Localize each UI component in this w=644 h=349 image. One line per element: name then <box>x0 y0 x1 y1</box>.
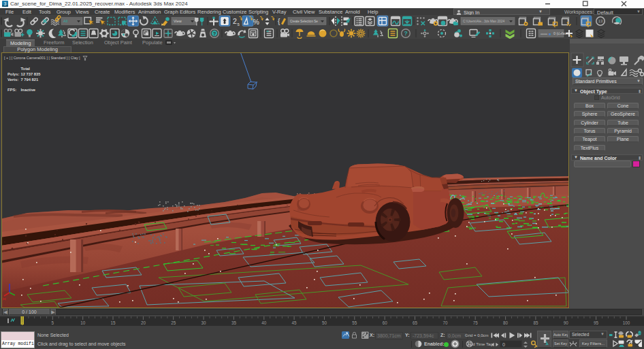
svg-text:{: { <box>278 18 280 25</box>
svg-text:80: 80 <box>503 320 509 325</box>
svg-text:3: 3 <box>4 1 7 6</box>
svg-text:90: 90 <box>564 320 569 325</box>
svg-text:FPS:: FPS: <box>7 88 16 92</box>
svg-text:?: ? <box>213 31 216 37</box>
svg-text:0: 0 <box>21 322 23 326</box>
svg-text:65: 65 <box>413 320 418 325</box>
svg-text:All: All <box>63 19 67 23</box>
svg-text:5: 5 <box>238 22 240 27</box>
svg-text:Create Selection Se: Create Selection Se <box>290 20 318 23</box>
svg-text:?: ? <box>404 30 408 37</box>
svg-text:5: 5 <box>52 320 54 325</box>
svg-text:2: 2 <box>233 17 237 25</box>
svg-text:60: 60 <box>383 320 388 325</box>
svg-text:C:\Users\Ale...3ds Max 2024: C:\Users\Ale...3ds Max 2024 <box>463 20 504 23</box>
svg-text:Verts:: Verts: <box>7 78 18 82</box>
svg-text:15: 15 <box>110 320 116 325</box>
svg-text:Total: Total <box>21 67 31 71</box>
svg-text:40: 40 <box>261 320 267 325</box>
svg-text:■: ■ <box>549 32 551 36</box>
svg-text:Polys:: Polys: <box>7 72 19 76</box>
svg-text:95: 95 <box>594 320 599 325</box>
svg-text:55: 55 <box>352 320 357 325</box>
svg-text:30: 30 <box>202 320 207 325</box>
svg-text:Inactive: Inactive <box>21 88 36 92</box>
svg-text:35: 35 <box>231 320 237 325</box>
svg-text:25: 25 <box>171 320 176 325</box>
svg-text:70: 70 <box>442 320 448 325</box>
svg-text:%: % <box>253 18 259 26</box>
svg-text:12 737 835: 12 737 835 <box>21 72 42 76</box>
svg-text:▬▬: ▬▬ <box>541 31 547 35</box>
svg-text:[ + ] [ Corona Camera001 ] [ S: [ + ] [ Corona Camera001 ] [ Standard ] … <box>4 56 80 60</box>
svg-text:20: 20 <box>141 320 146 325</box>
svg-text:45: 45 <box>292 320 297 325</box>
svg-text:View: View <box>174 19 182 23</box>
svg-text:10: 10 <box>80 320 86 325</box>
svg-text:100: 100 <box>623 320 630 325</box>
svg-text:13: 13 <box>598 19 603 23</box>
svg-text:7 794 821: 7 794 821 <box>21 78 39 82</box>
svg-text:50: 50 <box>322 320 327 325</box>
svg-text:75: 75 <box>473 320 479 325</box>
svg-text:85: 85 <box>533 320 538 325</box>
